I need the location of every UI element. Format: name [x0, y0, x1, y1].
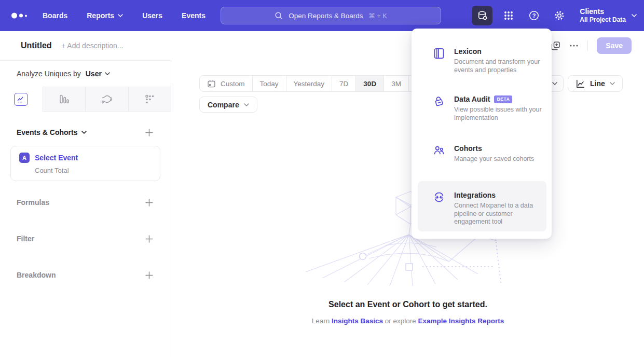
menu-item-description: Document and transform your events and p…	[454, 58, 542, 74]
events-cohorts-label: Events & Cohorts	[17, 128, 77, 136]
range-label: 3M	[391, 80, 401, 88]
filter-label: Filter	[17, 235, 34, 243]
range-7d[interactable]: 7D	[332, 76, 355, 91]
insights-line-icon	[14, 93, 28, 106]
integrations-sync-icon	[433, 191, 445, 203]
toolbar-divider	[587, 40, 588, 51]
range-label: Yesterday	[294, 80, 325, 88]
add-event-button[interactable]	[145, 129, 153, 136]
analyze-row: Analyze Uniques by User	[0, 61, 171, 87]
range-today[interactable]: Today	[252, 76, 286, 91]
range-custom[interactable]: Custom	[200, 76, 252, 91]
tab-bar-chart[interactable]	[43, 87, 86, 112]
tab-flow[interactable]	[85, 87, 128, 112]
menu-item-description: Connect Mixpanel to a data pipeline or c…	[454, 202, 542, 226]
tab-retention[interactable]	[128, 87, 171, 112]
nav-item-users[interactable]: Users	[142, 11, 162, 20]
org-name: Clients	[580, 7, 626, 16]
menu-item-title: Integrations	[454, 191, 496, 199]
duplicate-icon	[551, 41, 560, 51]
data-management-button[interactable]	[472, 6, 492, 25]
menu-item-description: View possible issues with your implement…	[454, 106, 542, 122]
project-name: All Project Data	[580, 16, 626, 24]
nav-item-reports[interactable]: Reports	[87, 11, 123, 20]
calendar-icon	[207, 79, 216, 88]
menu-item-description: Manage your saved cohorts	[454, 155, 534, 163]
insights-basics-link[interactable]: Insights Basics	[332, 317, 383, 325]
filter-row[interactable]: Filter	[17, 235, 153, 243]
analyze-label: Analyze Uniques by	[17, 70, 81, 78]
data-management-menu: Lexicon Document and transform your even…	[412, 29, 552, 239]
menu-item-title: Cohorts	[454, 144, 482, 153]
lexicon-book-icon	[433, 48, 445, 59]
duplicate-button[interactable]	[551, 41, 560, 51]
menu-item-lexicon[interactable]: Lexicon Document and transform your even…	[418, 41, 546, 80]
breakdown-row[interactable]: Breakdown	[17, 271, 153, 279]
example-insights-reports-link[interactable]: Example Insights Reports	[418, 317, 504, 325]
chart-type-tabs	[0, 87, 171, 112]
range-label: Custom	[221, 80, 245, 88]
menu-item-title: Lexicon	[454, 47, 482, 56]
data-audit-icon	[433, 95, 445, 107]
range-3m[interactable]: 3M	[383, 76, 408, 91]
more-options-button[interactable]	[569, 41, 579, 50]
count-total-label[interactable]: Count Total	[35, 167, 152, 174]
chevron-down-icon	[244, 103, 249, 106]
add-filter-button[interactable]	[145, 235, 153, 243]
add-breakdown-button[interactable]	[145, 271, 153, 279]
nav-menu: Boards Reports Users Events	[43, 0, 205, 31]
settings-button[interactable]	[550, 6, 569, 25]
tab-insights-line[interactable]	[0, 87, 43, 112]
global-search-input[interactable]: Open Reports & Boards ⌘ + K	[221, 7, 441, 24]
chevron-down-icon	[610, 82, 615, 85]
report-title[interactable]: Untitled	[21, 41, 52, 50]
nav-item-events[interactable]: Events	[182, 11, 205, 20]
search-shortcut: ⌘ + K	[369, 12, 387, 20]
chevron-down-icon	[81, 131, 87, 134]
project-switcher[interactable]: Clients All Project Data	[580, 7, 637, 24]
range-yesterday[interactable]: Yesterday	[286, 76, 332, 91]
empty-state: Select an Event or Cohort to get started…	[172, 300, 644, 325]
range-30d-active[interactable]: 30D	[355, 76, 383, 91]
empty-state-subtitle: Learn Insights Basics or explore Example…	[172, 317, 644, 325]
empty-state-title: Select an Event or Cohort to get started…	[172, 300, 644, 309]
mixpanel-logo-icon[interactable]	[11, 13, 27, 19]
range-label: 30D	[363, 80, 376, 88]
add-description-field[interactable]: + Add description...	[61, 42, 123, 50]
data-management-icon	[477, 10, 488, 21]
bar-chart-icon	[59, 94, 70, 104]
save-button[interactable]: Save	[597, 37, 632, 54]
chart-area: Custom Today Yesterday 7D 30D 3M 6M Comp…	[172, 60, 644, 357]
top-nav: Boards Reports Users Events Open Reports…	[0, 0, 644, 31]
cohorts-people-icon	[433, 145, 445, 156]
chevron-down-icon	[105, 72, 110, 75]
event-letter-badge: A	[19, 153, 30, 163]
range-label: Today	[260, 80, 279, 88]
select-event-card[interactable]: A Select Event Count Total	[10, 146, 160, 181]
nav-item-label: Events	[182, 11, 205, 20]
select-event-label[interactable]: Select Event	[35, 154, 78, 162]
compare-label: Compare	[208, 101, 239, 109]
query-builder-sidebar: Analyze Uniques by User	[0, 60, 171, 357]
analyze-value-dropdown[interactable]: User	[86, 70, 110, 78]
menu-item-cohorts[interactable]: Cohorts Manage your saved cohorts	[418, 138, 546, 170]
events-cohorts-toggle[interactable]: Events & Cohorts	[17, 128, 87, 136]
menu-item-data-audit[interactable]: Data Audit BETA View possible issues wit…	[418, 89, 546, 128]
or-explore-text: or explore	[385, 317, 416, 325]
svg-text:?: ?	[532, 12, 536, 19]
menu-item-text: Lexicon Document and transform your even…	[454, 47, 542, 74]
help-button[interactable]: ?	[525, 6, 543, 25]
chevron-down-icon	[118, 14, 123, 17]
compare-dropdown[interactable]: Compare	[199, 97, 257, 113]
chart-type-dropdown[interactable]: Line	[568, 75, 623, 92]
formulas-row[interactable]: Formulas	[17, 198, 153, 207]
settings-gear-icon	[554, 10, 565, 21]
line-chart-icon	[576, 79, 585, 89]
add-formula-button[interactable]	[145, 199, 153, 207]
apps-grid-button[interactable]	[499, 6, 518, 25]
plus-icon	[145, 129, 153, 136]
menu-item-integrations[interactable]: Integrations Connect Mixpanel to a data …	[418, 181, 546, 231]
range-label: 7D	[339, 80, 348, 88]
nav-item-boards[interactable]: Boards	[43, 11, 67, 20]
menu-item-text: Cohorts Manage your saved cohorts	[454, 144, 534, 163]
